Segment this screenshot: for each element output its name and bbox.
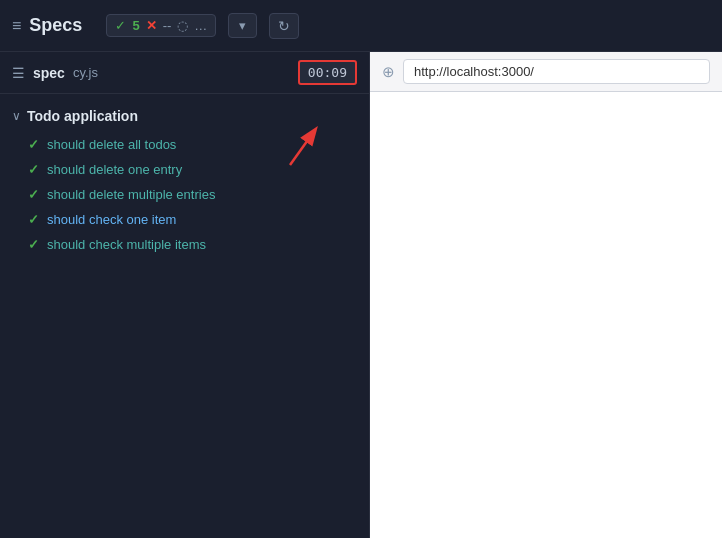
browser-bar: ⊕ http://localhost:3000/ (370, 52, 722, 92)
chevron-down-icon: ▾ (239, 18, 246, 33)
left-panel: ☰ spec cy.js 00:09 ∨ Todo application ✓ … (0, 52, 370, 538)
specs-title: Specs (29, 15, 82, 36)
test-pass-icon: ✓ (28, 187, 39, 202)
refresh-button[interactable]: ↻ (269, 13, 299, 39)
file-icon: ☰ (12, 65, 25, 81)
suite-header[interactable]: ∨ Todo application (0, 102, 369, 130)
toolbar-left: ≡ Specs (12, 15, 82, 36)
suite-container: ∨ Todo application ✓ should delete all t… (0, 94, 369, 538)
browser-content (370, 92, 722, 538)
suite-name: Todo application (27, 108, 138, 124)
toolbar-controls: ✓ 5 ✕ -- ◌ … (106, 14, 216, 37)
toolbar: ≡ Specs ✓ 5 ✕ -- ◌ … ▾ ↻ (0, 0, 722, 52)
skip-icon: … (194, 18, 207, 33)
main-layout: ☰ spec cy.js 00:09 ∨ Todo application ✓ … (0, 52, 722, 538)
spec-file-name: spec (33, 65, 65, 81)
test-pass-icon: ✓ (28, 212, 39, 227)
test-item[interactable]: ✓ should check one item (0, 207, 369, 232)
fail-icon: ✕ (146, 18, 157, 33)
pass-count: 5 (132, 18, 139, 33)
test-label: should delete multiple entries (47, 187, 215, 202)
globe-icon: ⊕ (382, 63, 395, 81)
test-label: should delete all todos (47, 137, 176, 152)
spec-file-left: ☰ spec cy.js (12, 65, 98, 81)
test-item[interactable]: ✓ should delete one entry (0, 157, 369, 182)
browser-inner (370, 92, 722, 538)
test-list: ✓ should delete all todos ✓ should delet… (0, 130, 369, 259)
running-icon: ◌ (177, 18, 188, 33)
pending-icon: -- (163, 18, 172, 33)
right-panel: ⊕ http://localhost:3000/ (370, 52, 722, 538)
test-label: should delete one entry (47, 162, 182, 177)
test-pass-icon: ✓ (28, 237, 39, 252)
spec-file-ext: cy.js (73, 65, 98, 80)
test-item[interactable]: ✓ should check multiple items (0, 232, 369, 257)
test-pass-icon: ✓ (28, 137, 39, 152)
spec-timer: 00:09 (298, 60, 357, 85)
suite-chevron-icon: ∨ (12, 109, 21, 123)
test-item[interactable]: ✓ should delete multiple entries (0, 182, 369, 207)
test-pass-icon: ✓ (28, 162, 39, 177)
test-item[interactable]: ✓ should delete all todos (0, 132, 369, 157)
back-icon[interactable]: ≡ (12, 17, 21, 35)
url-bar[interactable]: http://localhost:3000/ (403, 59, 710, 84)
spec-file-row: ☰ spec cy.js 00:09 (0, 52, 369, 94)
chevron-button[interactable]: ▾ (228, 13, 257, 38)
test-label: should check one item (47, 212, 176, 227)
refresh-icon: ↻ (278, 18, 290, 34)
check-icon: ✓ (115, 18, 126, 33)
test-label: should check multiple items (47, 237, 206, 252)
